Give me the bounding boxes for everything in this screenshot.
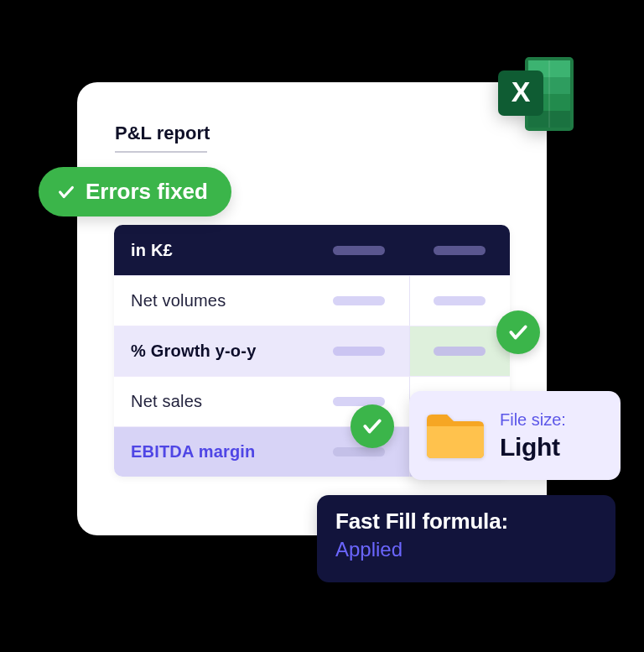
title-underline bbox=[115, 151, 207, 153]
placeholder-bar bbox=[333, 246, 385, 255]
header-label: in K£ bbox=[114, 225, 309, 275]
fast-fill-card: Fast Fill formula: Applied bbox=[317, 495, 615, 582]
check-icon bbox=[57, 183, 75, 201]
header-col-2 bbox=[410, 225, 511, 275]
cell-value bbox=[309, 326, 410, 376]
row-label: Net volumes bbox=[114, 276, 309, 326]
check-badge bbox=[496, 310, 540, 354]
errors-fixed-badge: Errors fixed bbox=[39, 167, 231, 216]
row-label: Net sales bbox=[114, 377, 309, 426]
errors-fixed-label: Errors fixed bbox=[86, 179, 208, 205]
row-label: EBITDA margin bbox=[114, 427, 309, 477]
stage: P&L report in K£ Net volumes % Growth y-… bbox=[0, 0, 644, 652]
file-size-label: File size: bbox=[500, 410, 566, 430]
placeholder-bar bbox=[333, 296, 385, 305]
placeholder-bar bbox=[434, 296, 486, 305]
svg-text:X: X bbox=[512, 76, 531, 107]
header-col-1 bbox=[309, 225, 410, 275]
file-size-card: File size: Light bbox=[409, 391, 621, 480]
fast-fill-value: Applied bbox=[335, 538, 597, 561]
check-icon bbox=[507, 321, 529, 343]
placeholder-bar bbox=[434, 347, 486, 356]
card-title: P&L report bbox=[115, 123, 210, 144]
file-size-value: Light bbox=[500, 433, 566, 462]
excel-icon: X bbox=[491, 52, 582, 136]
row-label: % Growth y-o-y bbox=[114, 326, 309, 376]
fast-fill-label: Fast Fill formula: bbox=[335, 509, 597, 535]
table-header-row: in K£ bbox=[114, 225, 510, 275]
placeholder-bar bbox=[333, 447, 385, 456]
table-row: Net volumes bbox=[114, 275, 510, 326]
file-size-text: File size: Light bbox=[500, 410, 566, 462]
table-row: % Growth y-o-y bbox=[114, 326, 510, 376]
check-icon bbox=[361, 415, 383, 437]
placeholder-bar bbox=[434, 246, 486, 255]
check-badge bbox=[351, 404, 394, 448]
folder-icon bbox=[424, 409, 486, 462]
cell-value bbox=[410, 276, 511, 326]
cell-value-highlighted bbox=[410, 326, 511, 376]
cell-value bbox=[309, 276, 410, 326]
placeholder-bar bbox=[333, 347, 385, 356]
